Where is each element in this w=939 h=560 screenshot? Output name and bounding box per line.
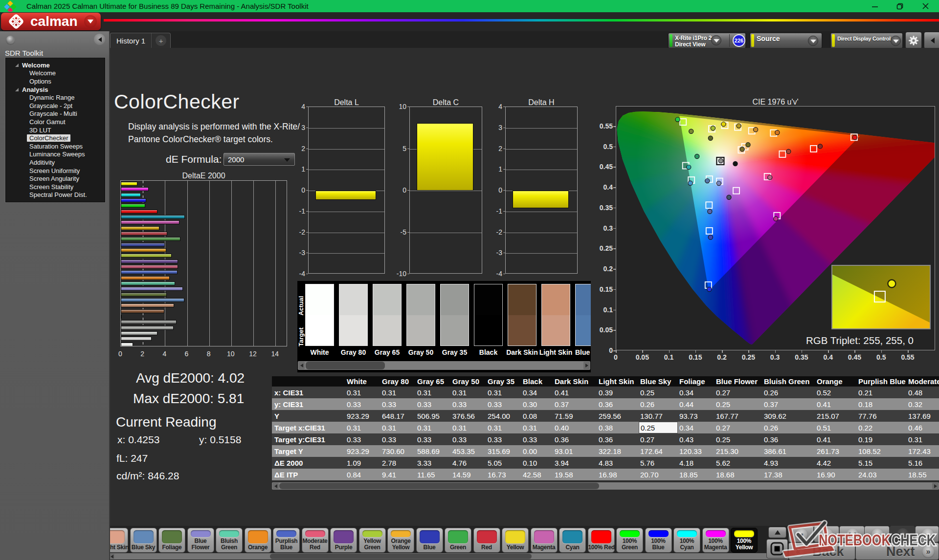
- tree-item-screen-angularity[interactable]: Screen Angularity: [6, 174, 105, 183]
- pattern-button-yellow-green[interactable]: Yellow Green: [359, 528, 386, 553]
- sidebar-collapse-button[interactable]: [94, 34, 105, 45]
- nav-icon-button-4[interactable]: C: [890, 526, 915, 542]
- source-selector[interactable]: Source: [750, 33, 822, 48]
- tree-item-dynamic-range[interactable]: Dynamic Range: [6, 93, 105, 102]
- pattern-button-green[interactable]: Green: [445, 528, 471, 553]
- tree-item-welcome[interactable]: Welcome: [6, 61, 105, 69]
- cell-2-14: 137.69: [907, 410, 939, 422]
- deltae-x-tick: 4: [159, 350, 169, 358]
- pattern-button-blue[interactable]: Blue: [416, 528, 443, 553]
- pattern-button-100-cyan[interactable]: 100% Cyan: [673, 528, 700, 553]
- scrollbar-thumb[interactable]: [306, 362, 385, 369]
- nav-icon-button-0[interactable]: ■: [788, 526, 814, 542]
- pattern-button-moderate-red[interactable]: Moderate Red: [302, 528, 329, 553]
- measured-point: [708, 209, 712, 214]
- patch-black: [474, 284, 503, 346]
- pattern-button-bluish-green[interactable]: Bluish Green: [216, 528, 243, 553]
- deltaC-chart-title: Delta C: [400, 98, 492, 107]
- nav-icon-button-3[interactable]: ∞: [864, 526, 890, 542]
- pattern-button-cyan[interactable]: Cyan: [559, 528, 586, 553]
- tree-item-luminance-sweeps[interactable]: Luminance Sweeps: [6, 151, 105, 159]
- tree-item-analysis[interactable]: Analysis: [6, 86, 105, 94]
- cell-2-9: 93.73: [678, 410, 715, 422]
- scroll-right-arrow[interactable]: [583, 362, 590, 369]
- patch-light-skin: [541, 284, 570, 346]
- source-dropdown-arrow[interactable]: [808, 36, 818, 46]
- tree-item-grayscale-multi[interactable]: Grayscale - Multi: [6, 110, 105, 118]
- scroll-left-arrow[interactable]: [298, 362, 305, 369]
- tree-item-spectral-power-dist-[interactable]: Spectral Power Dist.: [6, 191, 105, 199]
- deltaL-chart-y-tick: -2: [288, 228, 305, 236]
- deltae-bar-100-green: [121, 204, 145, 208]
- pattern-button-light-skin[interactable]: Light Skin: [110, 528, 128, 553]
- pattern-button-red[interactable]: Red: [473, 528, 500, 553]
- pattern-button-100-red[interactable]: 100% Red: [588, 528, 615, 553]
- cie-y-tick: 0.5: [592, 143, 613, 151]
- pattern-button-foliage[interactable]: Foliage: [158, 528, 185, 553]
- nav-icon-button-1[interactable]: ▶: [814, 526, 839, 542]
- pattern-window-button[interactable]: [766, 539, 788, 559]
- pattern-button-purplish-blue[interactable]: Purplish Blue: [273, 528, 300, 553]
- actual-target-swatch-strip: ActualTargetWhiteGray 80Gray 65Gray 50Gr…: [297, 281, 591, 372]
- add-tab-button[interactable]: +: [152, 33, 170, 48]
- tab-history-1[interactable]: History 1: [111, 33, 152, 48]
- expand-triangle-icon[interactable]: [15, 64, 19, 67]
- meter-selector[interactable]: X-Rite i1Pro 2 Direct View 226: [668, 33, 746, 48]
- pattern-button-blue-flower[interactable]: Blue Flower: [187, 528, 214, 553]
- scroll-left-arrow[interactable]: [110, 554, 114, 559]
- tree-item-saturation-sweeps[interactable]: Saturation Sweeps: [6, 142, 105, 151]
- nav-icon-button-2[interactable]: [··]: [839, 526, 865, 542]
- collapse-panel-button[interactable]: [924, 32, 939, 49]
- tree-item-additivity[interactable]: Additivity: [6, 158, 105, 167]
- meter-count-badge[interactable]: 226: [733, 34, 745, 47]
- restore-button[interactable]: [889, 0, 911, 12]
- pattern-button-orange-yellow[interactable]: Orange Yellow: [387, 528, 414, 553]
- tree-item-3d-lut[interactable]: 3D LUT: [6, 126, 105, 134]
- scroll-right-arrow[interactable]: [932, 483, 939, 489]
- display-control-dropdown-arrow[interactable]: [891, 36, 901, 46]
- scrollbar-thumb[interactable]: [279, 483, 599, 489]
- tree-item-screen-stability[interactable]: Screen Stability: [6, 183, 105, 191]
- next-button[interactable]: Next »: [855, 542, 939, 560]
- close-button[interactable]: [915, 0, 936, 12]
- pattern-button-100-blue[interactable]: 100% Blue: [645, 528, 672, 553]
- scroll-left-arrow[interactable]: [272, 483, 279, 489]
- calman-menu-button[interactable]: calman: [1, 13, 101, 30]
- pattern-button-100-magenta[interactable]: 100% Magenta: [702, 528, 729, 553]
- tree-item-color-gamut[interactable]: Color Gamut: [6, 118, 105, 126]
- cell-6-9: 4.18: [678, 457, 715, 469]
- meter-dropdown-arrow[interactable]: [711, 35, 721, 45]
- de-formula-dropdown[interactable]: 2000: [224, 153, 295, 166]
- scrollbar-thumb[interactable]: [270, 554, 532, 559]
- pattern-button-100-green[interactable]: 100% Green: [616, 528, 643, 553]
- pattern-button-blue-sky[interactable]: Blue Sky: [130, 528, 157, 553]
- pattern-button-100-yellow[interactable]: 100% Yellow: [731, 528, 758, 553]
- pattern-button-magenta[interactable]: Magenta: [531, 528, 558, 553]
- tree-item-screen-uniformity[interactable]: Screen Uniformity: [6, 167, 105, 175]
- actual-color: [407, 284, 435, 315]
- cell-0-2: 0.31: [416, 387, 451, 398]
- pattern-panel-up-button[interactable]: [768, 527, 786, 538]
- workflow-tree: WelcomeWelcomeOptionsAnalysisDynamic Ran…: [5, 58, 105, 202]
- settings-button[interactable]: [905, 32, 922, 49]
- tree-item-grayscale-2pt[interactable]: Grayscale - 2pt: [6, 102, 105, 110]
- tree-item-options[interactable]: Options: [6, 77, 105, 86]
- column-header-gray-50: Gray 50: [451, 376, 486, 387]
- measured-point: [775, 130, 780, 135]
- pattern-button-yellow[interactable]: Yellow: [502, 528, 529, 553]
- pattern-scrollbar[interactable]: [110, 553, 788, 560]
- table-scrollbar[interactable]: [272, 482, 939, 490]
- swatch-scrollbar[interactable]: [298, 361, 590, 370]
- tree-item-colorchecker[interactable]: ColorChecker: [6, 134, 105, 142]
- back-button[interactable]: « Back: [788, 542, 855, 560]
- expand-triangle-icon[interactable]: [15, 88, 19, 91]
- display-control-selector[interactable]: Direct Display Control: [830, 33, 903, 48]
- deltaL-chart-y-tick: -3: [288, 249, 305, 257]
- pattern-button-orange[interactable]: Orange: [245, 528, 271, 553]
- tree-item-welcome[interactable]: Welcome: [6, 69, 105, 78]
- calman-dropdown-arrow[interactable]: [84, 15, 97, 28]
- cell-3-8[interactable]: 0.25: [639, 422, 678, 433]
- minimize-button[interactable]: [864, 0, 886, 12]
- nav-icon-button-5[interactable]: ◐: [915, 526, 939, 542]
- pattern-button-purple[interactable]: Purple: [330, 528, 357, 553]
